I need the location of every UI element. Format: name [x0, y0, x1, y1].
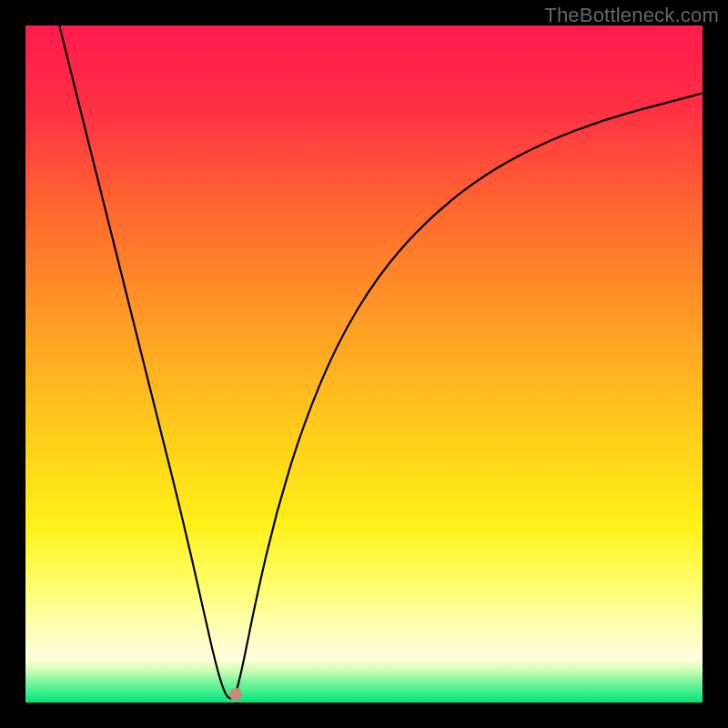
minimum-marker	[229, 688, 242, 701]
plot-area	[25, 25, 703, 703]
plot-frame	[25, 25, 703, 703]
chart-container: TheBottleneck.com	[0, 0, 728, 728]
gradient-background	[25, 25, 703, 703]
svg-rect-0	[25, 25, 703, 703]
watermark-text: TheBottleneck.com	[544, 4, 719, 27]
